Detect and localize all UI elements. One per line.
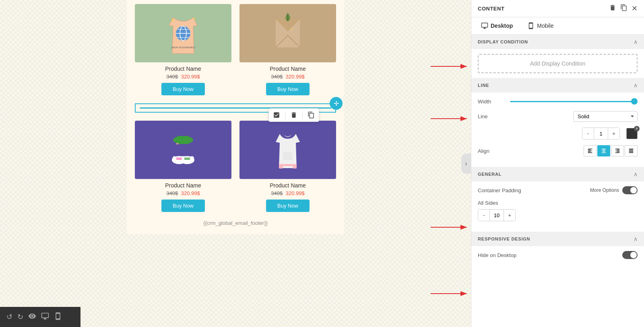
hat-shoes-icon [165,126,201,174]
price-original: 340$ [166,74,178,80]
product-price: 340$ 320.99$ [135,74,231,80]
section-display-condition-title: DISPLAY CONDITION [478,39,528,44]
product-name: Product Name [135,66,231,72]
align-center-button[interactable] [597,145,610,156]
svg-point-13 [291,28,293,31]
buy-now-button-1[interactable]: Buy Now [161,83,205,95]
slider-thumb [631,98,638,105]
product-card: Product Name 340$ 320.99$ Buy Now [239,121,336,212]
hide-desktop-toggle[interactable]: ✕ [622,251,638,259]
chevron-up-icon-2: ∧ [634,82,638,88]
product-name: Product Name [135,182,231,189]
hide-desktop-control: ✕ [516,251,638,259]
tab-mobile[interactable]: Mobile [524,21,557,31]
section-responsive-design[interactable]: RESPONSIVE DESIGN ∧ [471,232,644,246]
width-slider[interactable] [510,97,638,105]
section-responsive-design-title: RESPONSIVE DESIGN [478,237,530,241]
svg-text:✦: ✦ [171,19,174,22]
svg-rect-15 [177,136,189,144]
align-label: Align [478,148,510,154]
all-sides-stepper: - + [478,209,516,221]
scroll-right-arrow[interactable]: › [461,154,471,174]
section-line[interactable]: LINE ∧ [471,78,644,93]
chevron-up-icon: ∧ [634,39,638,45]
right-panel: CONTENT ✕ Desktop Mobile [471,0,644,327]
canvas-area: ✦ ✦ SHOP SUSTAINABLE Product Name 340$ 3… [0,0,471,327]
price-original: 340$ [271,74,283,80]
width-field-row: Width [478,97,638,105]
selected-divider-row[interactable]: ✛ [135,103,336,113]
stepper-minus-button[interactable]: - [582,128,594,139]
tab-desktop-label: Desktop [491,23,513,29]
line-type-control: Solid Dashed Dotted [510,111,638,122]
panel-title: CONTENT [478,6,504,12]
line-type-field-row: Line Solid Dashed Dotted [478,111,638,122]
all-sides-plus-button[interactable]: + [504,210,515,221]
align-left-button[interactable] [584,145,597,156]
all-sides-value-input[interactable] [489,210,504,221]
mobile-icon [527,22,535,29]
align-field-row: Align [478,145,638,156]
product-image-4 [239,121,336,179]
line-type-label: Line [478,113,510,119]
price-sale: 320.99$ [286,74,305,80]
buy-now-button-3[interactable]: Buy Now [161,199,205,212]
checkbox-icon[interactable] [273,111,280,119]
device-tabs: Desktop Mobile [471,17,644,35]
hide-desktop-label: Hide on Desktop [478,252,516,258]
product-name: Product Name [239,182,336,189]
product-price: 340$ 320.99$ [239,190,336,196]
more-options-label: More Options [590,187,619,193]
add-display-condition-button[interactable]: Add Display Condition [478,54,638,73]
product-image-2 [239,4,336,62]
buy-now-button-4[interactable]: Buy Now [266,199,310,212]
hide-desktop-row: Hide on Desktop ✕ [478,251,638,259]
delete-icon[interactable] [290,111,297,119]
section-general-title: GENERAL [478,172,502,177]
section-general[interactable]: GENERAL ∧ [471,167,644,181]
top-product-row: ✦ ✦ SHOP SUSTAINABLE Product Name 340$ 3… [135,4,336,95]
container-padding-label: Container Padding [478,187,521,193]
svg-rect-26 [279,164,297,166]
price-sale: 320.99$ [181,74,200,80]
price-sale: 320.99$ [181,190,200,196]
display-condition-body: Add Display Condition [471,49,644,78]
all-sides-minus-button[interactable]: - [478,210,489,221]
price-original: 340$ [166,190,178,196]
svg-text:✦: ✦ [193,17,196,20]
line-section-body: Width Line Solid Dashed Dotted [471,93,644,167]
align-buttons [584,145,638,156]
section-display-condition[interactable]: DISPLAY CONDITION ∧ [471,35,644,49]
container-padding-row: Container Padding More Options ✕ [478,186,638,194]
all-sides-row: All Sides - + [478,200,638,221]
general-section-body: Container Padding More Options ✕ All Sid… [471,181,644,232]
product-price: 340$ 320.99$ [239,74,336,80]
stepper-value-input[interactable] [594,128,608,139]
stepper-plus-button[interactable]: + [608,128,619,139]
duplicate-element-icon[interactable] [620,4,627,13]
move-handle[interactable]: ✛ [330,97,343,110]
delete-element-icon[interactable] [609,4,616,13]
container-padding-toggle[interactable]: ✕ [622,186,638,194]
section-line-title: LINE [478,83,489,88]
slider-track [510,101,638,102]
product-card: ✦ ✦ SHOP SUSTAINABLE Product Name 340$ 3… [135,4,231,95]
svg-rect-23 [283,152,293,160]
align-right-button[interactable] [611,145,624,156]
line-color-swatch[interactable] [626,128,638,139]
footer-text: {{crm_global_email_footer}} [135,220,336,226]
tab-desktop[interactable]: Desktop [478,21,516,31]
line-type-select[interactable]: Solid Dashed Dotted [573,111,638,122]
product-price: 340$ 320.99$ [135,190,231,196]
buy-now-button-2[interactable]: Buy Now [266,83,310,95]
product-name: Product Name [239,66,336,72]
align-justify-button[interactable] [625,145,638,156]
copy-icon[interactable] [308,111,315,119]
bottom-product-row: Product Name 340$ 320.99$ Buy Now [135,121,336,212]
close-panel-icon[interactable]: ✕ [632,4,638,13]
line-size-stepper: - + [582,128,620,140]
price-original: 340$ [271,190,283,196]
chevron-up-icon-3: ∧ [634,171,638,177]
element-toolbar [268,108,319,122]
chevron-up-icon-4: ∧ [634,236,638,242]
